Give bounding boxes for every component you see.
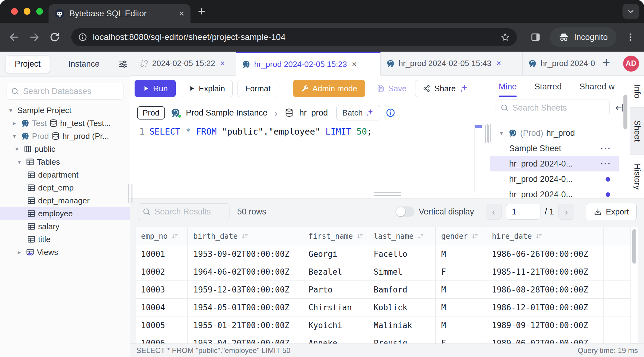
sheet-item-sample-sheet[interactable]: Sample Sheet···	[490, 141, 619, 156]
next-page-button[interactable]: ›	[558, 204, 574, 220]
column-header-last-name[interactable]: last_name	[368, 227, 436, 245]
tree-item-dept-manager[interactable]: dept_manager	[0, 194, 130, 207]
table-cell[interactable]: 10005	[135, 316, 188, 334]
site-info-icon[interactable]	[78, 33, 87, 42]
back-icon[interactable]	[9, 32, 20, 43]
table-cell[interactable]: 1986-06-26T00:00:00Z	[486, 245, 604, 263]
close-sheet-icon[interactable]: ×	[496, 59, 501, 68]
table-cell[interactable]: Chirstian	[303, 299, 368, 316]
tree-item-views[interactable]: ▸Views	[0, 246, 130, 259]
table-cell[interactable]: 1985-11-21T00:00:00Z	[486, 263, 604, 281]
prev-page-button[interactable]: ‹	[486, 204, 502, 220]
table-row[interactable]: 100021964-06-02T00:00:00ZBezalelSimmelF1…	[135, 263, 631, 281]
tree-item-title[interactable]: title	[0, 233, 130, 246]
tree-item-salary[interactable]: salary	[0, 220, 130, 233]
share-button[interactable]: Share	[415, 80, 476, 97]
editor-minimap[interactable]	[474, 125, 482, 193]
tree-item-tables[interactable]: ▾Tables	[0, 155, 130, 168]
caret-right-icon[interactable]: ▸	[10, 120, 18, 127]
browser-menu-icon[interactable]	[626, 32, 635, 42]
search-sheets-input[interactable]: Search Sheets	[496, 100, 610, 116]
instance-name[interactable]: Prod Sample Instance	[186, 108, 268, 118]
table-cell[interactable]: Maliniak	[368, 316, 436, 334]
page-input[interactable]: 1	[506, 204, 540, 220]
close-sheet-icon[interactable]: ×	[352, 60, 357, 69]
sidebar-resize-handle[interactable]	[128, 184, 132, 203]
table-cell[interactable]: 1954-05-01T00:00:00Z	[188, 299, 303, 316]
caret-down-icon[interactable]: ▾	[10, 132, 18, 140]
zoom-window-button[interactable]	[36, 8, 43, 15]
table-cell[interactable]: 10006	[135, 334, 188, 344]
close-sheet-icon[interactable]: ×	[220, 59, 225, 68]
admin-mode-button[interactable]: Admin mode	[293, 80, 365, 97]
tree-item-hr-test-test[interactable]: ▸Testhr_test (Test...	[0, 117, 130, 130]
search-databases-input[interactable]: Search Databases	[6, 83, 124, 100]
table-cell[interactable]: 10003	[135, 281, 188, 299]
table-cell[interactable]: M	[436, 299, 486, 316]
table-cell[interactable]: Bezalel	[303, 263, 368, 281]
table-row[interactable]: 100051955-01-21T00:00:00ZKyoichiMaliniak…	[135, 316, 631, 334]
table-cell[interactable]: Anneke	[303, 334, 368, 344]
sheet-group-hr-prod[interactable]: ▾(Prod)hr_prod	[490, 125, 619, 141]
table-cell[interactable]: Preusig	[368, 334, 436, 344]
column-header-emp-no[interactable]: emp_no	[135, 227, 188, 245]
tab-search-button[interactable]	[622, 4, 639, 19]
bookmark-star-icon[interactable]	[500, 32, 510, 42]
format-button[interactable]: Format	[238, 80, 278, 97]
tree-item-employee[interactable]: employee	[0, 207, 130, 220]
table-cell[interactable]: 1964-06-02T00:00:00Z	[188, 263, 303, 281]
table-cell[interactable]: 10002	[135, 263, 188, 281]
save-button[interactable]: Save	[373, 80, 410, 97]
sheets-tab-shared-w[interactable]: Shared w	[579, 82, 615, 92]
url-bar[interactable]: localhost:8080/sql-editor/sheet/project-…	[71, 28, 517, 46]
editor-tab-2[interactable]: hr_prod 2024-02-05 15:23×	[236, 52, 381, 76]
avatar[interactable]: AD	[623, 56, 639, 72]
close-window-button[interactable]	[11, 8, 18, 15]
side-panel-icon[interactable]	[530, 32, 541, 42]
filter-sliders-icon[interactable]	[118, 59, 128, 69]
table-row[interactable]: 100031959-12-03T00:00:00ZPartoBamfordM19…	[135, 281, 631, 299]
sheets-scrollbar[interactable]	[623, 95, 627, 129]
column-header-first-name[interactable]: first_name	[303, 227, 368, 245]
caret-down-icon[interactable]: ▾	[15, 158, 23, 166]
tab-history[interactable]: History	[630, 155, 644, 198]
minimap-slider[interactable]	[475, 125, 482, 128]
info-icon[interactable]	[386, 108, 395, 118]
tab-info[interactable]: Info	[630, 76, 644, 108]
tree-item-sample-project[interactable]: ▾Sample Project	[0, 104, 130, 117]
sheet-item-hr-prod-2024-0[interactable]: hr_prod 2024-0...	[490, 171, 619, 187]
table-cell[interactable]: 1959-12-03T00:00:00Z	[188, 281, 303, 299]
collapse-panel-icon[interactable]	[615, 103, 624, 113]
tree-item-dept-emp[interactable]: dept_emp	[0, 181, 130, 194]
table-cell[interactable]: 10001	[135, 245, 188, 263]
caret-right-icon[interactable]: ▸	[15, 249, 23, 256]
new-tab-button[interactable]: +	[198, 6, 206, 17]
close-tab-icon[interactable]: ×	[179, 9, 184, 18]
vertical-display-toggle[interactable]	[395, 206, 414, 217]
table-cell[interactable]: Bamford	[368, 281, 436, 299]
table-cell[interactable]: M	[436, 281, 486, 299]
caret-down-icon[interactable]: ▾	[13, 145, 21, 153]
table-row[interactable]: 100011953-09-02T00:00:00ZGeorgiFacelloM1…	[135, 245, 631, 263]
editor-tab-3[interactable]: hr_prod 2024-02-05 15:43×	[381, 52, 523, 75]
results-resize-handle[interactable]	[374, 192, 401, 196]
table-cell[interactable]: Facello	[368, 245, 436, 263]
table-row[interactable]: 100041954-05-01T00:00:00ZChirstianKoblic…	[135, 299, 631, 316]
batch-button[interactable]: Batch	[336, 105, 380, 120]
table-cell[interactable]: F	[436, 263, 486, 281]
table-cell[interactable]: M	[436, 245, 486, 263]
forward-icon[interactable]	[29, 32, 40, 43]
tab-instance[interactable]: Instance	[59, 56, 109, 73]
table-cell[interactable]: Parto	[303, 281, 368, 299]
reload-icon[interactable]	[49, 32, 60, 43]
table-cell[interactable]: M	[436, 316, 486, 334]
column-header-gender[interactable]: gender	[436, 227, 486, 245]
table-scrollbar[interactable]	[631, 227, 638, 343]
search-results-input[interactable]: Search Results	[138, 203, 230, 220]
sheet-item-hr-prod-2024-0[interactable]: hr_prod 2024-0...	[490, 187, 619, 198]
table-cell[interactable]: Georgi	[303, 245, 368, 263]
explain-button[interactable]: Explain	[181, 80, 233, 97]
table-cell[interactable]: 1989-06-02T00:00:00Z	[486, 334, 604, 344]
database-name[interactable]: hr_prod	[299, 108, 328, 118]
column-header-birth-date[interactable]: birth_date	[188, 227, 303, 245]
